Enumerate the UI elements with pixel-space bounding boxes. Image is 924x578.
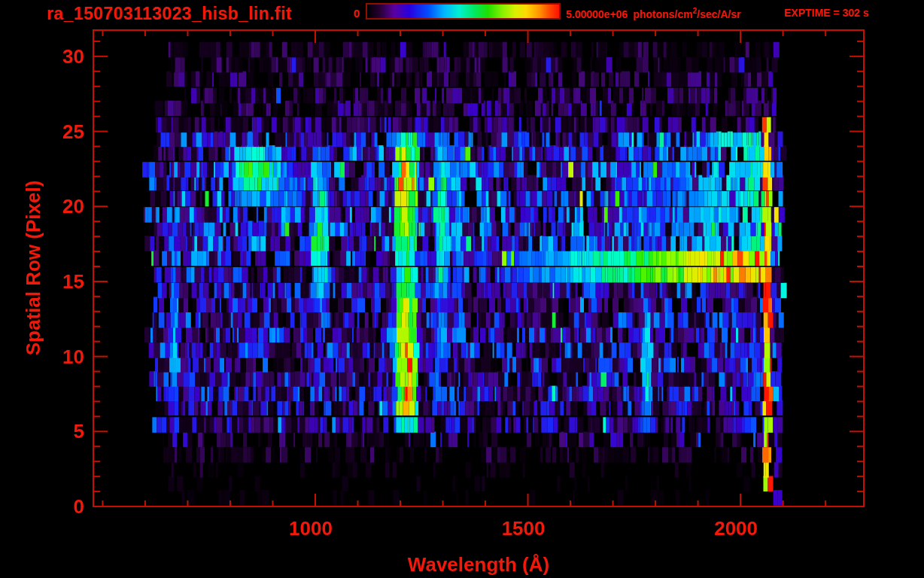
spectrogram-canvas	[93, 30, 864, 507]
page-background: { "header": { "title": "ra_150703113023_…	[0, 0, 924, 578]
x-axis-label: Wavelength (Å)	[408, 553, 549, 576]
colorbar-max-value: 5.00000e+06	[566, 8, 628, 20]
y-tick-label: 5	[44, 420, 84, 443]
y-tick-label: 0	[44, 495, 84, 519]
y-tick-label: 30	[44, 45, 84, 68]
y-tick-label: 25	[44, 120, 84, 144]
y-axis-label: Spatial Row (Pixel)	[22, 181, 45, 356]
y-tick-label: 10	[44, 345, 84, 369]
x-tick-label: 1500	[479, 517, 569, 540]
colorbar	[366, 3, 561, 20]
y-tick-label: 20	[44, 195, 84, 218]
colorbar-max-label: 5.00000e+06photons/cm2/sec/A/sr	[566, 7, 740, 20]
colorbar-units-suffix: /sec/A/sr	[697, 8, 740, 20]
colorbar-min-label: 0	[340, 7, 360, 20]
plot-title: ra_150703113023_hisb_lin.fit	[47, 4, 292, 24]
x-tick-label: 2000	[691, 517, 781, 540]
y-tick-label: 15	[44, 270, 84, 294]
x-tick-label: 1000	[266, 517, 356, 540]
exptime-label: EXPTIME = 302 s	[784, 7, 868, 19]
colorbar-units-prefix: photons/cm	[633, 8, 692, 20]
